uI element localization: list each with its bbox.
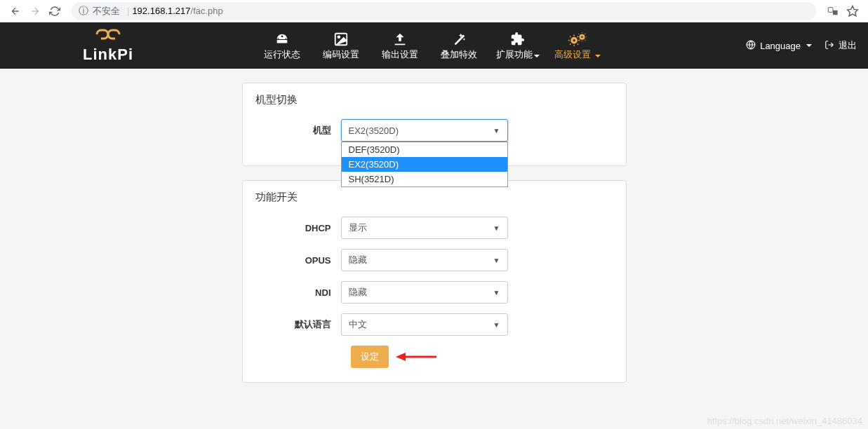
upload-icon [392, 30, 408, 48]
select-opus[interactable]: 隐藏 ▼ [341, 249, 508, 271]
nav-label: 高级设置 [554, 49, 591, 60]
nav-label: 编码设置 [323, 48, 359, 61]
nav-label: 输出设置 [382, 48, 418, 61]
model-option[interactable]: EX2(3520D) [342, 157, 507, 172]
bookmark-star-icon[interactable] [843, 1, 862, 21]
nav-label: 叠加特效 [441, 48, 477, 61]
label-opus: OPUS [255, 255, 341, 266]
watermark: https://blog.csdn.net/weixin_41486034 [707, 416, 862, 426]
panel-title: 机型切换 [255, 93, 613, 107]
label-model: 机型 [255, 124, 341, 137]
select-model[interactable]: EX2(3520D) ▼ [341, 119, 508, 142]
back-button[interactable] [6, 1, 25, 21]
language-selector[interactable]: Language [746, 40, 812, 52]
select-ndi[interactable]: 隐藏 ▼ [341, 281, 508, 304]
label-dhcp: DHCP [255, 223, 341, 233]
url-host: 192.168.1.217 [132, 6, 190, 16]
svg-point-9 [581, 36, 582, 38]
select-dhcp[interactable]: 显示 ▼ [341, 217, 508, 239]
nav-label: 扩展功能 [496, 49, 533, 60]
logo[interactable]: LinkPi [83, 27, 133, 64]
nav-overlay[interactable]: 叠加特效 [436, 30, 481, 61]
label-default-language: 默认语言 [255, 318, 341, 331]
svg-point-7 [573, 39, 575, 41]
model-dropdown: DEF(3520D) EX2(3520D) SH(3521D) [341, 142, 508, 187]
globe-icon [746, 40, 756, 52]
chevron-down-icon: ▼ [493, 321, 500, 329]
model-option[interactable]: DEF(3520D) [342, 142, 507, 157]
reload-button[interactable] [45, 1, 65, 21]
label-ndi: NDI [255, 287, 341, 298]
chevron-down-icon: ▼ [493, 127, 500, 135]
forward-button[interactable] [25, 1, 45, 21]
chevron-down-icon: ▼ [493, 289, 500, 297]
red-arrow-annotation [396, 350, 438, 364]
svg-marker-2 [848, 6, 858, 15]
language-label: Language [760, 41, 801, 51]
nav-encode[interactable]: 编码设置 [319, 30, 363, 61]
svg-point-5 [338, 36, 340, 38]
panel-feature-switch: 功能开关 DHCP 显示 ▼ OPUS 隐藏 ▼ NDI [242, 180, 627, 383]
url-path: /fac.php [191, 6, 223, 16]
chevron-down-icon: ▼ [493, 257, 500, 264]
content-area: 机型切换 机型 EX2(3520D) ▼ DEF(3520D) EX2(3520… [0, 69, 868, 429]
browser-toolbar: ⓘ 不安全 | 192.168.1.217/fac.php [0, 0, 868, 22]
security-label: 不安全 [93, 5, 120, 18]
svg-rect-0 [828, 7, 833, 12]
logo-chain-icon [93, 27, 123, 46]
main-navbar: LinkPi 运行状态 编码设置 输出设置 叠加特效 扩展功能 高级设置 [0, 22, 868, 69]
panel-model-switch: 机型切换 机型 EX2(3520D) ▼ DEF(3520D) EX2(3520… [242, 83, 627, 166]
info-icon: ⓘ [79, 5, 88, 18]
gears-icon [568, 30, 587, 48]
select-opus-value: 隐藏 [349, 254, 367, 266]
address-bar[interactable]: ⓘ 不安全 | 192.168.1.217/fac.php [72, 2, 816, 20]
chevron-down-icon [534, 55, 540, 57]
chevron-down-icon [806, 44, 812, 47]
svg-rect-1 [833, 10, 838, 15]
puzzle-icon [510, 30, 526, 48]
image-icon [333, 30, 349, 48]
set-button[interactable]: 设定 [351, 346, 389, 368]
logo-text: LinkPi [83, 46, 133, 64]
logout-icon [824, 40, 834, 52]
model-option[interactable]: SH(3521D) [342, 172, 507, 186]
logout-button[interactable]: 退出 [824, 39, 857, 52]
chevron-down-icon: ▼ [493, 224, 500, 232]
translate-icon[interactable] [823, 1, 843, 21]
select-model-value: EX2(3520D) [349, 125, 399, 136]
nav-advanced[interactable]: 高级设置 [554, 30, 601, 61]
chevron-down-icon [595, 55, 601, 57]
select-ndi-value: 隐藏 [349, 286, 367, 299]
select-language-value: 中文 [349, 318, 367, 331]
nav-right: Language 退出 [746, 39, 857, 52]
dashboard-icon [274, 30, 290, 48]
select-default-language[interactable]: 中文 ▼ [341, 313, 508, 336]
nav-extend[interactable]: 扩展功能 [495, 30, 540, 61]
svg-rect-3 [277, 40, 288, 43]
nav-menu: 运行状态 编码设置 输出设置 叠加特效 扩展功能 高级设置 [260, 30, 601, 61]
panel-title: 功能开关 [255, 191, 613, 204]
nav-status[interactable]: 运行状态 [260, 30, 305, 61]
nav-output[interactable]: 输出设置 [378, 30, 422, 61]
select-dhcp-value: 显示 [349, 222, 367, 234]
magic-icon [451, 30, 467, 48]
logout-label: 退出 [839, 39, 857, 52]
nav-label: 运行状态 [264, 48, 300, 61]
